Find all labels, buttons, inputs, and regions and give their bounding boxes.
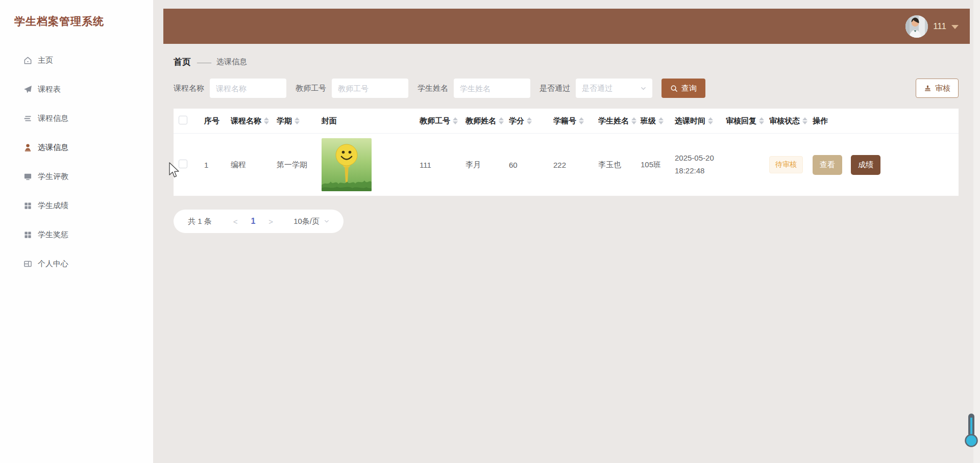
column-header-teacher-name[interactable]: 教师姓名 xyxy=(460,109,504,134)
sidebar-item-label: 学生成绩 xyxy=(38,201,68,211)
column-header-course-name[interactable]: 课程名称 xyxy=(226,109,272,134)
chevron-down-icon xyxy=(951,25,959,29)
user-icon xyxy=(23,143,32,152)
pagination-page-1[interactable]: 1 xyxy=(243,217,262,226)
course-cover-image xyxy=(322,138,372,191)
breadcrumb-home[interactable]: 首页 xyxy=(174,56,191,68)
column-header-select-time[interactable]: 选课时间 xyxy=(670,109,721,134)
sidebar-item-label: 主页 xyxy=(38,56,53,65)
sidebar-item-home[interactable]: 主页 xyxy=(0,46,153,75)
course-name-label: 课程名称 xyxy=(174,84,204,93)
sidebar-item-course-selection[interactable]: 选课信息 xyxy=(0,133,153,162)
pagination-next-button[interactable]: > xyxy=(262,217,279,226)
sidebar-item-label: 课程表 xyxy=(38,85,61,94)
sidebar-item-label: 学生奖惩 xyxy=(38,230,68,240)
stamp-icon xyxy=(924,85,932,92)
main-area: 111 首页 —— 选课信息 课程名称 教师工号 学生姓名 是否通过 是否通过 … xyxy=(153,0,980,463)
column-header-student-name[interactable]: 学生姓名 xyxy=(593,109,635,134)
sort-icon[interactable] xyxy=(453,117,458,124)
sidebar-item-timetable[interactable]: 课程表 xyxy=(0,75,153,104)
row-checkbox[interactable] xyxy=(179,160,187,168)
sort-icon[interactable] xyxy=(579,117,584,124)
sort-icon[interactable] xyxy=(802,117,807,124)
pass-status-select[interactable]: 是否通过 xyxy=(576,79,652,98)
column-header-index: 序号 xyxy=(199,109,226,134)
home-icon xyxy=(23,56,32,65)
cell-select-time: 2025-05-20 18:22:48 xyxy=(675,152,726,177)
username: 111 xyxy=(933,21,946,32)
column-header-teacher-id[interactable]: 教师工号 xyxy=(414,109,460,134)
page-size-value: 10条/页 xyxy=(293,217,320,226)
search-button-label: 查询 xyxy=(681,84,697,93)
view-button[interactable]: 查看 xyxy=(813,155,842,175)
table-row: 1 编程 第一学期 xyxy=(174,134,959,196)
user-menu[interactable]: 111 xyxy=(905,15,959,38)
cell-index: 1 xyxy=(199,134,226,196)
column-header-cover: 封面 xyxy=(316,109,414,134)
cell-teacher-id: 111 xyxy=(414,134,460,196)
pass-status-label: 是否通过 xyxy=(540,84,570,93)
score-button[interactable]: 成绩 xyxy=(851,155,880,175)
grid-icon xyxy=(23,230,32,239)
breadcrumb-current: 选课信息 xyxy=(216,57,247,67)
status-badge: 待审核 xyxy=(769,156,803,173)
sidebar-item-label: 个人中心 xyxy=(38,259,68,269)
monitor-icon xyxy=(23,172,32,181)
list-icon xyxy=(23,114,32,123)
card-icon xyxy=(23,260,32,268)
sidebar-nav: 主页 课程表 课程信息 选课信息 学生评教 学生成绩 学生奖惩 个人中心 xyxy=(0,46,153,278)
course-selection-table: 序号 课程名称 学期 封面 教师工号 教师姓名 学分 学籍号 学生姓名 班级 选… xyxy=(174,109,959,196)
student-name-input[interactable] xyxy=(454,79,530,98)
column-header-student-id[interactable]: 学籍号 xyxy=(548,109,593,134)
chevron-down-icon xyxy=(324,219,329,224)
send-icon xyxy=(23,85,32,94)
pass-status-placeholder: 是否通过 xyxy=(582,84,612,93)
sort-icon[interactable] xyxy=(499,117,504,124)
cell-credit: 60 xyxy=(504,134,548,196)
course-name-input[interactable] xyxy=(210,79,286,98)
cell-student-id: 222 xyxy=(548,134,593,196)
teacher-id-input[interactable] xyxy=(332,79,408,98)
sidebar-item-student-rewards[interactable]: 学生奖惩 xyxy=(0,220,153,249)
breadcrumb-separator: —— xyxy=(197,58,210,66)
column-header-audit-reply[interactable]: 审核回复 xyxy=(721,109,764,134)
pagination-total: 共 1 条 xyxy=(188,217,212,226)
audit-button[interactable]: 审核 xyxy=(916,79,959,98)
sidebar-item-label: 选课信息 xyxy=(38,143,68,152)
sidebar-item-student-evaluation[interactable]: 学生评教 xyxy=(0,162,153,191)
column-header-actions: 操作 xyxy=(807,109,959,134)
cell-semester: 第一学期 xyxy=(272,134,316,196)
page-size-select[interactable]: 10条/页 xyxy=(293,217,329,226)
sort-icon[interactable] xyxy=(631,117,636,124)
avatar[interactable] xyxy=(905,15,928,38)
sort-icon[interactable] xyxy=(759,117,764,124)
student-name-label: 学生姓名 xyxy=(418,84,448,93)
sort-icon[interactable] xyxy=(708,117,713,124)
column-header-semester[interactable]: 学期 xyxy=(272,109,316,134)
sidebar-item-course-info[interactable]: 课程信息 xyxy=(0,104,153,133)
vertical-scrollbar[interactable] xyxy=(973,0,980,463)
audit-button-label: 审核 xyxy=(935,84,950,93)
sort-icon[interactable] xyxy=(295,117,300,124)
search-icon xyxy=(670,85,678,92)
thermometer-icon xyxy=(964,413,979,450)
cell-class: 105班 xyxy=(635,134,670,196)
sidebar-item-student-grades[interactable]: 学生成绩 xyxy=(0,191,153,220)
sort-icon[interactable] xyxy=(264,117,269,124)
cell-audit-reply xyxy=(721,134,764,196)
breadcrumb: 首页 —— 选课信息 xyxy=(174,56,959,68)
select-all-checkbox[interactable] xyxy=(179,116,187,124)
search-button[interactable]: 查询 xyxy=(662,79,705,98)
column-header-audit-status[interactable]: 审核状态 xyxy=(764,109,807,134)
column-header-credit[interactable]: 学分 xyxy=(504,109,548,134)
sidebar-item-label: 课程信息 xyxy=(38,114,68,123)
top-bar: 111 xyxy=(163,9,970,44)
sidebar: 学生档案管理系统 主页 课程表 课程信息 选课信息 学生评教 学生成绩 学生奖惩 xyxy=(0,0,153,463)
sort-icon[interactable] xyxy=(527,117,532,124)
column-header-class[interactable]: 班级 xyxy=(635,109,670,134)
sidebar-item-personal-center[interactable]: 个人中心 xyxy=(0,249,153,278)
pagination-prev-button[interactable]: < xyxy=(227,217,244,226)
sort-icon[interactable] xyxy=(658,117,664,124)
cell-student-name: 李玉也 xyxy=(593,134,635,196)
filter-bar: 课程名称 教师工号 学生姓名 是否通过 是否通过 查询 审核 xyxy=(174,79,959,98)
